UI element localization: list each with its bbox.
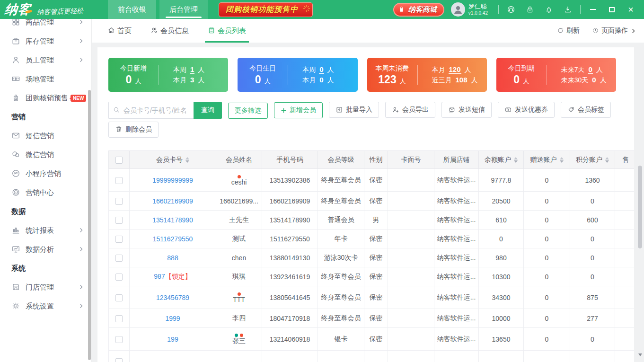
button-label: 批量导入 xyxy=(346,106,372,114)
cell-name xyxy=(216,351,262,362)
column-header-points[interactable]: 积分账户 xyxy=(570,151,615,169)
column-header-card-no[interactable]: 会员卡号 xyxy=(130,151,216,169)
row-checkbox[interactable] xyxy=(115,294,123,301)
delete-member-button[interactable]: 删除会员 xyxy=(108,122,159,138)
row-checkbox[interactable] xyxy=(115,358,123,362)
column-header-gift[interactable]: 赠送账户 xyxy=(524,151,570,169)
maximize-button[interactable] xyxy=(602,0,621,19)
chevron-right-icon xyxy=(630,27,636,35)
sidebar-item-label: 场地管理 xyxy=(26,75,54,84)
send-coupon-button[interactable]: 发送优惠券 xyxy=(498,102,555,118)
stat-detail-unit: 人 xyxy=(327,66,334,73)
home-icon xyxy=(107,26,115,35)
cell-store: 纳客软件运... xyxy=(434,230,479,248)
page-actions-button[interactable]: 页面操作 xyxy=(592,26,636,35)
scroll-down-arrow-icon[interactable] xyxy=(638,353,642,358)
inventory-icon xyxy=(11,36,26,46)
row-checkbox[interactable] xyxy=(115,274,123,281)
sidebar-item-inventory[interactable]: 库存管理 xyxy=(0,32,91,51)
cell-gift: 0 xyxy=(524,328,570,351)
row-checkbox[interactable] xyxy=(115,255,123,262)
sidebar-item-goods[interactable]: 商品管理 xyxy=(0,19,91,32)
minimize-button[interactable] xyxy=(583,0,602,19)
stat-detail-value[interactable]: 1 xyxy=(190,65,194,74)
row-checkbox[interactable] xyxy=(115,236,123,243)
tab-home[interactable]: 首页 xyxy=(107,19,132,43)
stat-detail-value[interactable]: 120 xyxy=(449,65,461,74)
member-card-link[interactable]: 13514178990 xyxy=(152,216,193,224)
sidebar-item-marketing-center[interactable]: 营销中心 xyxy=(0,183,91,202)
member-card-link[interactable]: 19999999999 xyxy=(152,177,193,184)
promo-banner[interactable]: 团购核销功能预售中 xyxy=(219,2,313,17)
user-profile[interactable]: 罗仁聪 v1.0.0.42 xyxy=(451,2,488,17)
cell-points: 0 xyxy=(570,267,615,286)
sort-carets-icon[interactable] xyxy=(185,155,189,165)
stat-detail-value[interactable]: 0 xyxy=(591,76,596,84)
sort-carets-icon[interactable] xyxy=(560,155,564,165)
tab-member-info[interactable]: 会员信息 xyxy=(150,19,189,43)
sidebar-item-analysis[interactable]: 数据分析 xyxy=(0,240,91,259)
member-card-link[interactable]: 888 xyxy=(167,254,178,262)
more-filter-button[interactable]: 更多筛选 xyxy=(228,103,268,119)
stat-card-title: 今日到期 xyxy=(496,64,547,73)
column-header-sale: 售 xyxy=(615,151,635,169)
column-header-balance[interactable]: 余额账户 xyxy=(479,151,524,169)
chevron-right-icon xyxy=(78,38,84,45)
sidebar-item-settings[interactable]: 系统设置 xyxy=(0,297,91,316)
support-icon[interactable] xyxy=(502,0,520,19)
tab-member-list[interactable]: 会员列表 xyxy=(208,19,246,43)
stat-detail-value[interactable]: 0 xyxy=(319,76,324,84)
cell-balance: 610 xyxy=(479,211,524,230)
sidebar-item-venue[interactable]: 场地管理 xyxy=(0,70,91,88)
select-all-checkbox[interactable] xyxy=(115,157,123,164)
member-card-link[interactable]: 199 xyxy=(167,336,178,343)
stat-detail-value[interactable]: 108 xyxy=(455,76,468,84)
top-tab-backstage[interactable]: 后台管理 xyxy=(159,0,208,19)
member-card-link[interactable]: 987 xyxy=(154,273,165,280)
bell-icon[interactable] xyxy=(539,0,558,19)
sidebar-item-report[interactable]: 统计报表 xyxy=(0,221,91,240)
sort-carets-icon[interactable] xyxy=(514,155,518,165)
lock-icon[interactable] xyxy=(520,0,539,19)
top-tab-cashier[interactable]: 前台收银 xyxy=(108,0,156,19)
sidebar-item-miniapp-marketing[interactable]: 小程序营销 xyxy=(0,164,91,183)
add-member-button[interactable]: 新增会员 xyxy=(274,102,323,118)
stat-detail-value[interactable]: 0 xyxy=(588,65,593,74)
monitor-chart-icon xyxy=(11,245,26,254)
brand-slogan: 纳客管店更轻松 xyxy=(37,7,84,17)
member-card-link[interactable]: 16602169909 xyxy=(152,197,193,205)
row-checkbox[interactable] xyxy=(115,315,123,322)
scrollbar-thumb[interactable] xyxy=(638,166,642,248)
row-checkbox[interactable] xyxy=(115,217,123,224)
stat-detail-value[interactable]: 0 xyxy=(319,65,324,74)
send-sms-button[interactable]: 发送短信 xyxy=(441,102,492,118)
mall-button[interactable]: 纳客商城 xyxy=(393,3,444,17)
member-card-link[interactable]: 1999 xyxy=(165,315,180,322)
close-button[interactable]: × xyxy=(621,0,640,19)
batch-import-button[interactable]: 批量导入 xyxy=(329,102,379,118)
sidebar-item-store-manage[interactable]: 门店管理 xyxy=(0,278,91,297)
search-input[interactable] xyxy=(108,102,194,119)
member-card-link[interactable]: 15116279550 xyxy=(153,235,193,243)
download-icon[interactable] xyxy=(558,0,577,19)
cell-store: 纳客软件运... xyxy=(434,248,479,267)
member-tag-button[interactable]: 会员标签 xyxy=(561,102,611,118)
member-export-button[interactable]: 会员导出 xyxy=(385,102,435,118)
stat-detail-value[interactable]: 3 xyxy=(190,76,194,84)
row-checkbox[interactable] xyxy=(115,336,123,343)
refresh-button[interactable]: 刷新 xyxy=(557,26,580,35)
sidebar-item-groupbuy-presale[interactable]: 团购核销预售NEW xyxy=(0,88,91,107)
stat-detail-unit: 人 xyxy=(198,66,204,73)
content-scrollbar[interactable] xyxy=(637,47,643,362)
sort-carets-icon[interactable] xyxy=(605,155,609,165)
row-checkbox[interactable] xyxy=(115,177,123,184)
search-button[interactable]: 查询 xyxy=(194,102,222,119)
stat-detail-row: 本周1人 xyxy=(173,64,228,75)
sidebar-item-wechat-marketing[interactable]: 微信营销 xyxy=(0,145,91,164)
sidebar-scrollbar[interactable] xyxy=(88,90,91,360)
sidebar-item-sms-marketing[interactable]: 短信营销 xyxy=(0,126,91,145)
sidebar-item-staff[interactable]: 员工管理 xyxy=(0,51,91,70)
stat-detail-label: 未来30天 xyxy=(561,76,589,84)
member-card-link[interactable]: 123456789 xyxy=(156,294,189,301)
row-checkbox[interactable] xyxy=(115,198,123,205)
